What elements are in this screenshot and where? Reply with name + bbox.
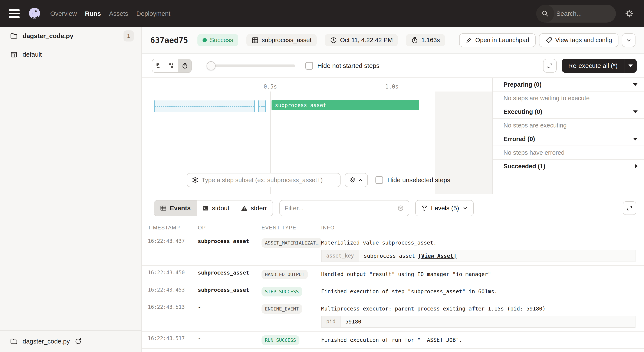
hide-not-started-checkbox-row[interactable]: Hide not started steps [306, 62, 380, 70]
dagster-logo[interactable] [28, 7, 41, 20]
asset-grid-icon [252, 37, 259, 44]
log-info-text: Handled output "result" using IO manager… [321, 270, 636, 278]
log-row[interactable]: 16:22:43.450subprocess_assetHANDLED_OUTP… [142, 266, 644, 283]
event-type-badge: STEP_SUCCESS [262, 287, 302, 297]
waterfall-view-toggle[interactable] [165, 59, 178, 72]
clear-filter-icon[interactable] [397, 205, 404, 212]
log-metadata-table: pid59180 [321, 316, 636, 328]
waiting-interval [154, 100, 255, 112]
log-event-type: ASSET_MATERIALIZAT… [256, 234, 315, 265]
log-info-text: Finished execution of step "subprocess_a… [321, 287, 636, 295]
nav-item-deployment[interactable]: Deployment [136, 10, 170, 17]
log-event-type: HANDLED_OUTPUT [256, 266, 315, 283]
tab-stderr[interactable]: stderr [235, 200, 272, 216]
dagster-run-page: Overview Runs Assets Deployment / [0, 0, 644, 352]
gantt-view-toggle-group [152, 59, 192, 73]
log-timestamp: 16:22:43.527 [142, 349, 192, 352]
run-header: 637aed75 Success subprocess_asset Oct 11… [142, 27, 644, 54]
status-section-succeeded[interactable]: Succeeded (1) [493, 160, 644, 173]
tab-events[interactable]: Events [154, 200, 196, 216]
code-location-sidebar: dagster_code.py 1 default dagster_code.p… [0, 27, 142, 352]
gear-icon[interactable] [624, 9, 634, 18]
reexecute-options-caret[interactable] [624, 64, 637, 67]
code-location-label: dagster_code.py [22, 32, 73, 39]
log-timestamp: 16:22:43.517 [142, 332, 192, 349]
nav-item-assets[interactable]: Assets [109, 10, 128, 17]
log-row[interactable]: 16:22:43.527-ENGINE_EVENTProcess for run… [142, 349, 644, 352]
run-start-time: Oct 11, 4:22:42 PM [325, 34, 398, 46]
reexecute-all-button[interactable]: Re-execute all (*) [562, 62, 624, 69]
log-row[interactable]: 16:22:43.517-RUN_SUCCESSFinished executi… [142, 332, 644, 349]
log-row[interactable]: 16:22:43.437subprocess_assetASSET_MATERI… [142, 234, 644, 266]
caret-down-icon [633, 83, 638, 86]
asset-tag[interactable]: subprocess_asset [246, 34, 317, 46]
log-op: subprocess_asset [192, 283, 256, 300]
log-op: - [192, 300, 256, 331]
reexecute-split-button: Re-execute all (*) [562, 59, 637, 73]
metadata-value: 59180 [340, 316, 366, 327]
sidebar-item-job-default[interactable]: default [0, 45, 142, 64]
sidebar-footer: dagster_code.py [0, 330, 142, 352]
gantt-step-bar[interactable]: subprocess_asset [272, 100, 419, 110]
run-actions-chevron-button[interactable] [622, 33, 636, 47]
gantt-toolbar: Hide not started steps Re-execute all (*… [142, 54, 644, 78]
folder-icon [10, 337, 18, 346]
refresh-icon[interactable] [74, 338, 82, 345]
hide-unselected-checkbox-row[interactable]: Hide unselected steps [376, 176, 450, 184]
waiting-interval [258, 100, 266, 112]
sidebar-item-code-location[interactable]: dagster_code.py 1 [0, 27, 142, 45]
log-op: subprocess_asset [192, 234, 256, 265]
events-table-icon [160, 205, 167, 212]
view-asset-link[interactable]: [View Asset] [418, 253, 456, 259]
nav-item-overview[interactable]: Overview [50, 10, 77, 17]
step-status-panel: Preparing (0) No steps are waiting to ex… [492, 78, 644, 194]
col-op: OP [192, 225, 256, 231]
job-grid-icon [10, 50, 18, 58]
flat-view-toggle[interactable] [152, 59, 165, 72]
log-row[interactable]: 16:22:43.453subprocess_assetSTEP_SUCCESS… [142, 283, 644, 300]
run-status-badge: Success [198, 34, 238, 46]
expand-icon [626, 205, 633, 212]
log-op: subprocess_asset [192, 266, 256, 283]
timing-view-toggle[interactable] [178, 59, 191, 72]
open-in-launchpad-button[interactable]: Open in Launchpad [459, 33, 536, 47]
slider-knob[interactable] [206, 61, 216, 70]
log-event-type: RUN_SUCCESS [256, 332, 315, 349]
gantt-zoom-slider[interactable] [208, 64, 295, 67]
gantt-fullscreen-button[interactable] [543, 59, 557, 72]
step-subset-input[interactable] [202, 177, 336, 184]
log-filter-inputbox[interactable] [280, 200, 409, 216]
log-info: Multiprocess executor: parent process ex… [315, 300, 644, 331]
col-info: INFO [315, 225, 644, 231]
log-info: Process for run exited (pid: 59180). [315, 349, 644, 352]
tab-stdout[interactable]: stdout [196, 200, 235, 216]
folder-icon [10, 32, 18, 40]
status-section-preparing[interactable]: Preparing (0) [493, 78, 644, 91]
log-filter-input[interactable] [284, 205, 397, 212]
graph-query-layers-button[interactable] [345, 173, 368, 187]
global-search[interactable]: / [536, 5, 616, 22]
event-type-badge: HANDLED_OUTPUT [262, 270, 308, 279]
caret-down-icon [633, 110, 638, 113]
hide-unselected-checkbox[interactable] [376, 176, 383, 184]
levels-filter-button[interactable]: Levels (5) [415, 200, 474, 216]
status-section-errored[interactable]: Errored (0) [493, 132, 644, 146]
tick-label: 1.0s [385, 83, 399, 90]
log-event-type: ENGINE_EVENT [256, 300, 315, 331]
log-row[interactable]: 16:22:43.513-ENGINE_EVENTMultiprocess ex… [142, 300, 644, 332]
search-input[interactable] [554, 10, 616, 17]
view-tags-config-button[interactable]: View tags and config [539, 33, 618, 47]
log-timestamp: 16:22:43.437 [142, 234, 192, 265]
log-fullscreen-button[interactable] [623, 201, 636, 215]
nav-item-runs[interactable]: Runs [85, 10, 101, 17]
event-type-badge: ENGINE_EVENT [262, 304, 302, 314]
hide-not-started-label: Hide not started steps [317, 62, 380, 69]
clock-icon [330, 37, 337, 44]
expand-icon [546, 62, 553, 69]
hamburger-menu-icon[interactable] [9, 9, 20, 18]
step-subset-inputbox[interactable] [187, 173, 340, 187]
status-section-executing[interactable]: Executing (0) [493, 105, 644, 119]
run-duration: 1.163s [406, 34, 445, 46]
hide-not-started-checkbox[interactable] [306, 62, 313, 70]
log-event-type: STEP_SUCCESS [256, 283, 315, 300]
